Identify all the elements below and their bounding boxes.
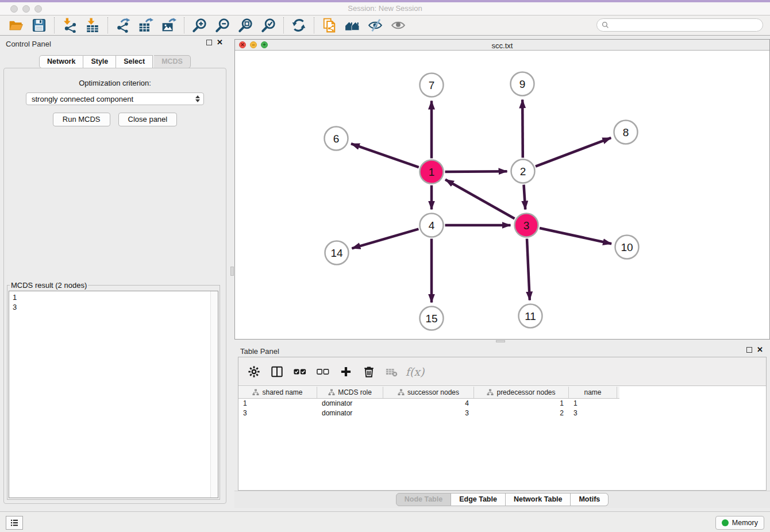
edge-3-1[interactable] <box>445 180 515 219</box>
edge-2-3[interactable] <box>524 185 526 210</box>
zoom-in-button[interactable] <box>188 16 211 34</box>
table-cell[interactable]: 4 <box>383 399 474 408</box>
export-network-button[interactable] <box>111 16 134 34</box>
show-all-button[interactable] <box>387 16 410 34</box>
column-header-shared-name[interactable]: shared name <box>238 387 317 398</box>
search-input[interactable] <box>609 19 763 31</box>
close-panel-icon[interactable]: ✕ <box>217 39 223 45</box>
export-table-button[interactable] <box>134 16 157 34</box>
save-session-button[interactable] <box>28 16 51 34</box>
import-table-button[interactable] <box>81 16 104 34</box>
hide-selected-button[interactable] <box>364 16 387 34</box>
node-label-8: 8 <box>623 126 629 138</box>
zoom-out-button[interactable] <box>211 16 234 34</box>
network-window-title: scc.txt <box>235 41 769 50</box>
table-row[interactable]: 1dominator411 <box>238 399 619 408</box>
import-network-button[interactable] <box>58 16 81 34</box>
tab-mcds[interactable]: MCDS <box>154 55 191 68</box>
run-mcds-button[interactable]: Run MCDS <box>53 113 110 126</box>
delete-column-button[interactable] <box>360 363 378 380</box>
float-panel-icon[interactable] <box>206 40 212 45</box>
edge-2-9[interactable] <box>522 100 523 158</box>
edge-3-10[interactable] <box>540 228 611 244</box>
hierarchy-icon <box>487 389 494 396</box>
task-history-button[interactable] <box>6 516 23 530</box>
result-scrollbar[interactable] <box>210 291 218 498</box>
status-bar: Memory <box>0 511 770 532</box>
tab-node-table[interactable]: Node Table <box>396 493 451 506</box>
splitter-grip[interactable] <box>496 340 505 342</box>
table-settings-button[interactable] <box>245 363 263 380</box>
close-panel-icon[interactable]: ✕ <box>757 346 763 353</box>
close-panel-button[interactable]: Close panel <box>118 113 178 126</box>
select-all-button[interactable] <box>291 363 309 380</box>
tab-motifs[interactable]: Motifs <box>571 493 609 506</box>
function-builder-button[interactable]: f(x) <box>406 363 424 380</box>
column-header-name[interactable]: name <box>569 387 617 398</box>
toolbar-separator <box>54 17 55 33</box>
table-body: 1dominator4113dominator323 <box>238 399 619 418</box>
dropdown-stepper-icon <box>195 95 200 102</box>
table-cell[interactable]: 3 <box>238 408 317 418</box>
zoom-out-icon <box>215 18 230 33</box>
search-icon <box>602 21 609 29</box>
tab-edge-table[interactable]: Edge Table <box>451 493 506 506</box>
main-toolbar <box>0 16 770 36</box>
hierarchy-icon <box>398 389 405 396</box>
table-cell[interactable]: 3 <box>383 408 474 418</box>
column-header-successor-nodes[interactable]: successor nodes <box>383 387 474 398</box>
edge-1-6[interactable] <box>351 144 419 167</box>
checked-boxes-icon <box>294 365 306 378</box>
clone-network-icon <box>322 18 337 33</box>
tab-network[interactable]: Network <box>39 55 83 68</box>
criterion-dropdown[interactable]: strongly connected component <box>26 92 204 105</box>
export-image-button[interactable] <box>157 16 180 34</box>
network-window-titlebar[interactable]: ✕ − + scc.txt <box>235 40 769 51</box>
search-field[interactable] <box>596 18 763 32</box>
zoom-fit-button[interactable] <box>234 16 257 34</box>
mcds-panel: Optimization criterion: strongly connect… <box>3 68 226 504</box>
table-row[interactable]: 3dominator323 <box>238 408 619 418</box>
tab-style[interactable]: Style <box>83 55 116 68</box>
edge-3-11[interactable] <box>527 239 530 300</box>
tab-select[interactable]: Select <box>116 55 153 68</box>
table-panel-title: Table Panel <box>240 347 279 356</box>
open-folder-icon <box>9 18 24 33</box>
float-panel-icon[interactable] <box>746 347 752 353</box>
memory-button[interactable]: Memory <box>715 516 764 530</box>
panel-mode-button[interactable] <box>268 363 286 380</box>
column-header-MCDS-role[interactable]: MCDS role <box>317 387 383 398</box>
edge-1-2[interactable] <box>445 171 507 172</box>
table-cell[interactable]: dominator <box>317 399 383 408</box>
table-cell[interactable]: 1 <box>474 399 569 408</box>
clone-network-button[interactable] <box>318 16 341 34</box>
mcds-result-fieldset: MCDS result (2 nodes) 1 3 <box>7 281 220 500</box>
table-cell[interactable]: dominator <box>317 408 383 418</box>
export-table-icon <box>138 18 153 33</box>
zoom-selected-icon <box>261 18 276 33</box>
deselect-all-button[interactable] <box>314 363 332 380</box>
mcds-result-text[interactable]: 1 3 <box>9 291 218 498</box>
refresh-icon <box>291 18 306 33</box>
splitter-grip[interactable] <box>230 267 234 276</box>
table-cell[interactable]: 3 <box>569 408 617 418</box>
zoom-selected-button[interactable] <box>257 16 280 34</box>
table-cell[interactable]: 2 <box>474 408 569 418</box>
export-image-icon <box>161 18 176 33</box>
add-column-button[interactable] <box>337 363 355 380</box>
column-header-predecessor-nodes[interactable]: predecessor nodes <box>474 387 569 398</box>
tab-network-table[interactable]: Network Table <box>506 493 571 506</box>
edge-4-14[interactable] <box>352 229 418 249</box>
table-cell[interactable]: 1 <box>569 399 617 408</box>
delete-table-button[interactable] <box>383 363 401 380</box>
open-session-button[interactable] <box>5 16 28 34</box>
network-canvas[interactable]: 7968124314101511 <box>235 51 769 339</box>
refresh-layout-button[interactable] <box>287 16 310 34</box>
node-label-11: 11 <box>525 310 536 322</box>
first-neighbors-button[interactable] <box>341 16 364 34</box>
table-cell[interactable]: 1 <box>238 399 317 408</box>
network-graph[interactable]: 7968124314101511 <box>235 51 769 339</box>
mcds-result-title: MCDS result (2 nodes) <box>10 281 88 290</box>
vertical-splitter[interactable] <box>230 36 234 511</box>
edge-2-8[interactable] <box>536 138 611 167</box>
